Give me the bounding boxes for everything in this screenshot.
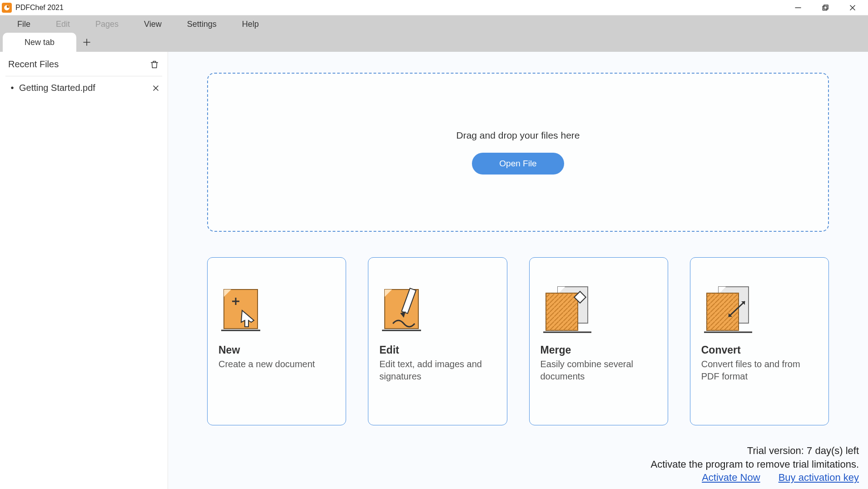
menu-help[interactable]: Help — [229, 15, 272, 33]
card-new-desc: Create a new document — [218, 358, 335, 370]
card-merge-title: Merge — [541, 344, 657, 356]
menu-pages: Pages — [83, 15, 131, 33]
card-new-icon — [218, 271, 335, 335]
card-merge[interactable]: Merge Easily combine several documents — [529, 257, 668, 425]
sidebar-header: Recent Files — [5, 59, 162, 76]
dropzone[interactable]: Drag and drop your files here Open File — [207, 73, 829, 232]
trial-footer: Trial version: 7 day(s) left Activate th… — [650, 444, 859, 484]
sidebar: Recent Files • Getting Started.pdf — [0, 52, 168, 489]
card-convert-title: Convert — [701, 344, 818, 356]
maximize-button[interactable] — [812, 0, 839, 15]
card-edit-title: Edit — [379, 344, 496, 356]
card-edit-icon — [379, 271, 496, 335]
card-edit-desc: Edit text, add images and signatures — [379, 358, 496, 383]
menu-edit: Edit — [43, 15, 83, 33]
activate-now-link[interactable]: Activate Now — [702, 472, 760, 483]
minimize-button[interactable] — [784, 0, 812, 15]
card-merge-icon — [541, 271, 657, 335]
close-window-button[interactable] — [839, 0, 866, 15]
tab-label: New tab — [25, 38, 55, 47]
trial-days-left: Trial version: 7 day(s) left — [650, 444, 859, 458]
card-convert-icon — [701, 271, 818, 335]
remove-recent-icon[interactable] — [152, 85, 159, 92]
titlebar: PDFChef 2021 — [0, 0, 868, 15]
trial-instruction: Activate the program to remove trial lim… — [650, 458, 859, 471]
action-cards: New Create a new document Edit Edit t — [207, 257, 829, 425]
open-file-button[interactable]: Open File — [472, 153, 564, 175]
tabbar: New tab — [0, 33, 868, 52]
recent-file-name: Getting Started.pdf — [19, 83, 152, 93]
new-tab-button[interactable] — [77, 33, 96, 52]
app-title: PDFChef 2021 — [15, 4, 64, 12]
clear-recent-icon[interactable] — [149, 60, 159, 70]
recent-file-item[interactable]: • Getting Started.pdf — [5, 76, 162, 100]
menubar: File Edit Pages View Settings Help — [0, 15, 868, 33]
main-area: Drag and drop your files here Open File … — [168, 52, 868, 489]
menu-view[interactable]: View — [131, 15, 174, 33]
card-convert-desc: Convert files to and from PDF format — [701, 358, 818, 383]
card-new[interactable]: New Create a new document — [207, 257, 346, 425]
card-convert[interactable]: Convert Convert files to and from PDF fo… — [690, 257, 829, 425]
recent-files-title: Recent Files — [8, 59, 59, 70]
svg-rect-2 — [823, 6, 827, 10]
card-new-title: New — [218, 344, 335, 356]
buy-activation-key-link[interactable]: Buy activation key — [779, 472, 859, 483]
menu-file[interactable]: File — [5, 15, 43, 33]
card-edit[interactable]: Edit Edit text, add images and signature… — [368, 257, 507, 425]
tab-new[interactable]: New tab — [3, 33, 76, 52]
dropzone-hint: Drag and drop your files here — [456, 130, 580, 141]
svg-rect-3 — [824, 5, 828, 9]
svg-rect-24 — [546, 293, 578, 330]
menu-settings[interactable]: Settings — [174, 15, 229, 33]
bullet-icon: • — [8, 83, 16, 93]
app-icon — [2, 3, 12, 13]
card-merge-desc: Easily combine several documents — [541, 358, 657, 383]
